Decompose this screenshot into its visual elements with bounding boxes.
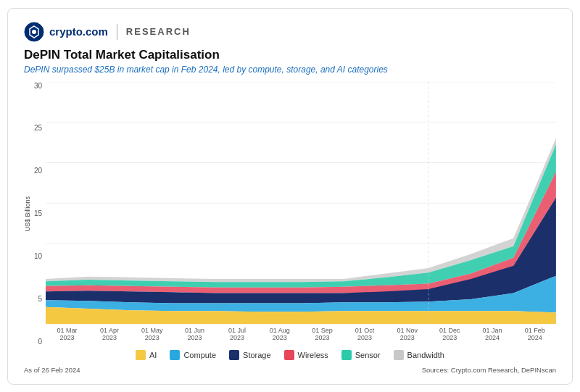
chart-svg bbox=[46, 82, 556, 325]
x-axis: 01 Mar2023 01 Apr2023 01 May2023 01 Jun2… bbox=[46, 324, 556, 346]
crypto-logo-icon bbox=[24, 22, 44, 42]
svg-point-1 bbox=[32, 30, 36, 34]
x-tick-jun: 01 Jun2023 bbox=[173, 327, 216, 346]
y-tick-10: 10 bbox=[34, 252, 42, 260]
chart-right: 01 Mar2023 01 Apr2023 01 May2023 01 Jun2… bbox=[46, 82, 556, 346]
y-tick-25: 25 bbox=[34, 124, 42, 132]
legend-storage-label: Storage bbox=[243, 351, 271, 359]
logo-text: crypto.com bbox=[49, 25, 108, 38]
x-tick-jan: 01 Jan2024 bbox=[471, 327, 514, 346]
header: crypto.com RESEARCH bbox=[24, 22, 556, 42]
chart-area: US$ Billions 30 25 20 15 10 5 0 bbox=[24, 82, 556, 346]
legend-bandwidth-label: Bandwidth bbox=[407, 351, 444, 359]
legend-sensor-label: Sensor bbox=[355, 351, 381, 359]
x-tick-sep: 01 Sep2023 bbox=[301, 327, 344, 346]
x-tick-aug: 01 Aug2023 bbox=[258, 327, 301, 346]
sensor-area bbox=[46, 144, 556, 288]
header-divider bbox=[117, 24, 117, 40]
x-tick-may: 01 May2023 bbox=[130, 327, 173, 346]
legend-compute-box bbox=[170, 350, 180, 360]
legend-wireless-label: Wireless bbox=[298, 351, 328, 359]
y-axis-wrapper: US$ Billions 30 25 20 15 10 5 0 bbox=[24, 82, 46, 346]
chart-title: DePIN Total Market Capitalisation bbox=[24, 48, 556, 62]
x-tick-dec: 01 Dec2023 bbox=[428, 327, 471, 346]
legend-bandwidth-box bbox=[394, 350, 404, 360]
legend-compute-label: Compute bbox=[183, 351, 216, 359]
research-label: RESEARCH bbox=[126, 26, 191, 37]
legend-sensor-box bbox=[341, 350, 352, 360]
y-tick-20: 20 bbox=[34, 167, 42, 175]
report-card: crypto.com RESEARCH DePIN Total Market C… bbox=[7, 8, 573, 385]
legend-wireless-box bbox=[284, 350, 294, 360]
x-tick-mar: 01 Mar2023 bbox=[46, 327, 88, 346]
footer: As of 26 Feb 2024 Sources: Crypto.com Re… bbox=[24, 366, 556, 374]
legend-ai: AI bbox=[136, 350, 157, 360]
y-ticks: 30 25 20 15 10 5 0 bbox=[34, 82, 46, 346]
y-tick-0: 0 bbox=[38, 338, 43, 346]
legend-bandwidth: Bandwidth bbox=[394, 350, 444, 360]
y-axis-label: US$ Billions bbox=[24, 82, 31, 346]
legend: AI Compute Storage Wireless Sensor Bandw… bbox=[24, 350, 556, 360]
y-tick-15: 15 bbox=[34, 209, 42, 217]
footer-sources: Sources: Crypto.com Research, DePINscan bbox=[422, 366, 556, 374]
wireless-area bbox=[46, 172, 556, 293]
x-tick-apr: 01 Apr2023 bbox=[88, 327, 131, 346]
legend-sensor: Sensor bbox=[341, 350, 381, 360]
logo: crypto.com bbox=[24, 22, 108, 42]
legend-storage-box bbox=[229, 350, 239, 360]
legend-compute: Compute bbox=[170, 350, 216, 360]
svg-container bbox=[46, 82, 556, 325]
legend-wireless: Wireless bbox=[284, 350, 328, 360]
x-tick-oct: 01 Oct2023 bbox=[344, 327, 386, 346]
x-tick-nov: 01 Nov2023 bbox=[386, 327, 428, 346]
x-tick-jul: 01 Jul2023 bbox=[216, 327, 259, 346]
x-tick-feb: 01 Feb2024 bbox=[513, 327, 556, 346]
legend-ai-box bbox=[136, 350, 146, 360]
footer-date: As of 26 Feb 2024 bbox=[24, 366, 80, 374]
y-tick-5: 5 bbox=[38, 295, 43, 303]
y-tick-30: 30 bbox=[34, 82, 42, 90]
legend-ai-label: AI bbox=[149, 351, 157, 359]
chart-subtitle: DePIN surpassed $25B in market cap in Fe… bbox=[24, 64, 556, 75]
legend-storage: Storage bbox=[229, 350, 271, 360]
